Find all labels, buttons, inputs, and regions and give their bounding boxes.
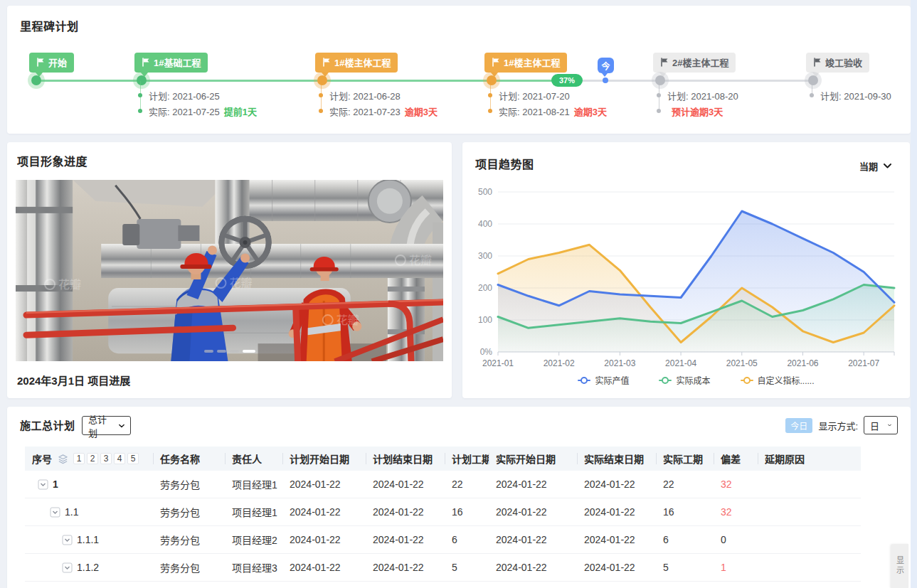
- column-header-4: 计划开始日期: [282, 447, 366, 471]
- table-cell: 0: [714, 534, 758, 545]
- column-header-label: 计划开始日期: [290, 451, 349, 466]
- column-header-label: 实际工期: [663, 451, 703, 466]
- svg-text:花瓣: 花瓣: [230, 277, 253, 289]
- level-button-2[interactable]: 2: [87, 453, 98, 464]
- table-cell: 2024-01-22: [489, 562, 577, 573]
- expand-row-icon[interactable]: [38, 479, 48, 490]
- column-header-label: 偏差: [721, 451, 741, 466]
- table-cell: 2024-01-22: [282, 534, 366, 545]
- column-header-7: 实际开始日期: [489, 447, 577, 471]
- display-mode-select-value: 日: [870, 419, 879, 432]
- svg-text:200: 200: [478, 283, 492, 293]
- detail-bullet-icon: [138, 109, 142, 113]
- level-button-5[interactable]: 5: [127, 453, 139, 464]
- legend-marker-ring: [662, 377, 669, 384]
- table-cell: 2024-01-22: [282, 562, 366, 573]
- photo-caption: 2024年3月1日 项目进展: [17, 373, 130, 387]
- wbs-cell: 1.1.1: [25, 534, 153, 545]
- table-cell: 劳务分包: [153, 477, 225, 491]
- table-cell: 22: [445, 479, 489, 490]
- svg-text:2021-01: 2021-01: [482, 358, 514, 368]
- milestone-detail-row: 计划: 2021-07-20: [488, 87, 607, 103]
- detail-bullet-icon: [319, 109, 323, 113]
- column-header-label: 责任人: [232, 451, 262, 466]
- svg-text:2021-06: 2021-06: [787, 358, 818, 368]
- milestone-badge-label: 2#楼主体工程: [672, 55, 728, 69]
- expand-row-icon[interactable]: [50, 507, 60, 518]
- today-marker-dot: [603, 77, 608, 83]
- table-cell: 劳务分包: [153, 560, 225, 574]
- milestone-card: 里程碑计划 开始 1#基础工程计划: 2021-06-25实际: 2021-07…: [7, 6, 911, 134]
- wbs-number: 1.1.1: [77, 534, 99, 545]
- detail-bullet-icon: [657, 93, 661, 97]
- detail-bullet-icon: [810, 93, 814, 97]
- table-row: 1.1.1劳务分包项目经理22024-01-222024-01-2262024-…: [25, 526, 861, 554]
- table-cell: 2024-01-22: [282, 479, 366, 490]
- side-panel-handle[interactable]: 显示: [891, 544, 908, 588]
- column-header-label: 延期原因: [765, 451, 805, 466]
- legend-item[interactable]: 实际产值: [578, 374, 629, 386]
- expand-row-icon[interactable]: [62, 562, 73, 573]
- schedule-card: 施工总计划 总计划 今日 显示方式: 日 序号 12345任务名称责任人计划开始…: [7, 407, 911, 588]
- plan-type-select[interactable]: 总计划: [82, 416, 131, 435]
- wbs-number: 1: [53, 479, 58, 490]
- milestone-badge: 竣工验收: [806, 53, 869, 73]
- milestone-detail-note: 预计逾期3天: [672, 105, 723, 118]
- table-cell: 5: [656, 562, 714, 573]
- trend-legend: 实际产值实际成本自定义指标......: [498, 374, 894, 386]
- photo-title: 项目形象进度: [17, 152, 88, 169]
- level-button-1[interactable]: 1: [73, 453, 85, 464]
- table-cell: 2024-01-22: [489, 506, 577, 518]
- table-cell: 16: [445, 506, 489, 518]
- milestone-dot: [655, 75, 665, 85]
- legend-item[interactable]: 实际成本: [659, 374, 710, 386]
- milestone-detail-note: 逾期3天: [405, 105, 438, 118]
- svg-text:300: 300: [478, 251, 492, 261]
- column-header-label: 计划工期: [452, 451, 489, 466]
- milestone-detail-row: 预计逾期3天: [657, 103, 738, 119]
- legend-marker-ring: [581, 377, 588, 384]
- page-scrollbar-track[interactable]: [911, 0, 917, 588]
- column-header-5: 计划结束日期: [366, 447, 445, 471]
- svg-text:2021-05: 2021-05: [726, 358, 758, 368]
- project-photo: 花瓣 花瓣 花瓣 花瓣: [16, 180, 443, 361]
- svg-text:2021-04: 2021-04: [665, 358, 696, 368]
- column-header-9: 实际工期: [656, 447, 714, 471]
- detail-bullet-icon: [138, 93, 142, 97]
- schedule-table-header: 序号 12345任务名称责任人计划开始日期计划结束日期计划工期实际开始日期实际结…: [25, 447, 861, 471]
- milestone-details: 计划: 2021-07-20实际: 2021-08-21逾期3天: [488, 87, 607, 119]
- column-header-label: 计划结束日期: [373, 451, 433, 466]
- display-mode-select[interactable]: 日: [864, 416, 898, 434]
- svg-text:花瓣: 花瓣: [409, 254, 432, 267]
- plan-type-select-value: 总计划: [88, 412, 110, 439]
- milestone-badge: 开始: [29, 53, 74, 73]
- milestone-detail-note: 逾期3天: [574, 105, 607, 118]
- trend-chart-svg: 0%1002003004005002021-012021-022021-0320…: [462, 178, 910, 371]
- trend-title: 项目趋势图: [475, 155, 534, 172]
- today-badge[interactable]: 今日: [785, 418, 812, 433]
- carousel-dot-active[interactable]: [243, 350, 255, 353]
- flag-icon: [322, 58, 331, 67]
- expand-chevron-icon: [62, 535, 73, 545]
- svg-text:400: 400: [478, 219, 492, 229]
- carousel-dot[interactable]: [204, 350, 213, 353]
- period-dropdown-value: 当期: [859, 159, 878, 173]
- level-button-4[interactable]: 4: [114, 453, 125, 464]
- svg-text:0%: 0%: [480, 347, 493, 357]
- svg-text:2021-02: 2021-02: [544, 358, 575, 368]
- legend-marker-icon: [659, 376, 672, 384]
- table-cell: 5: [445, 562, 489, 573]
- expand-chevron-icon: [50, 507, 60, 518]
- milestone-dot: [31, 75, 41, 85]
- expand-row-icon[interactable]: [62, 535, 73, 545]
- table-cell: 32: [714, 506, 758, 518]
- level-button-3[interactable]: 3: [100, 453, 112, 464]
- svg-text:2021-07: 2021-07: [848, 358, 879, 368]
- table-cell: 1: [714, 562, 758, 573]
- milestone-detail-text: 计划: 2021-08-20: [667, 89, 738, 102]
- legend-item[interactable]: 自定义指标......: [741, 374, 815, 386]
- period-dropdown[interactable]: 当期: [859, 159, 891, 173]
- carousel-dot[interactable]: [217, 350, 226, 353]
- milestone-badge: 2#楼主体工程: [653, 53, 736, 73]
- carousel-dot[interactable]: [230, 350, 239, 353]
